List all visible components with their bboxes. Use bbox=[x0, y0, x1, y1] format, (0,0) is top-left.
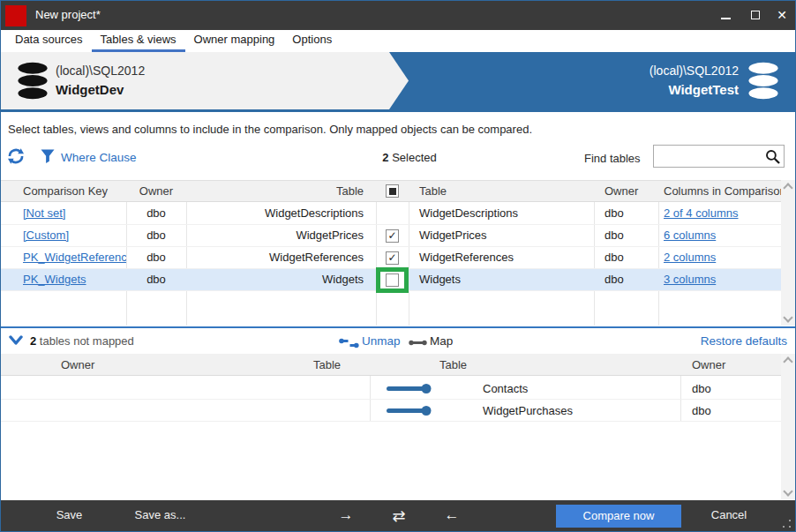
table-row-widgets-selected[interactable]: PK_Widgets dbo Widgets Widgets dbo 3 col… bbox=[1, 269, 781, 291]
swap-direction-icon[interactable]: ⇄ bbox=[386, 506, 412, 526]
selected-count-number: 2 bbox=[382, 151, 388, 164]
save-button[interactable]: Save bbox=[45, 508, 94, 521]
minimize-button[interactable] bbox=[712, 1, 739, 30]
table-cell-right: Widgets bbox=[409, 269, 594, 290]
find-tables-searchbox bbox=[653, 145, 785, 168]
header-owner-left[interactable]: Owner bbox=[61, 358, 94, 371]
scroll-down-icon[interactable] bbox=[783, 486, 792, 496]
unmapped-row-contacts[interactable]: Contacts dbo bbox=[1, 378, 781, 400]
scroll-down-icon[interactable] bbox=[783, 312, 792, 322]
table-cell-left: WidgetReferences bbox=[186, 247, 376, 268]
comparison-key-link[interactable]: PK_WidgetReference bbox=[23, 251, 126, 264]
columns-in-comparison-link[interactable]: 3 columns bbox=[664, 273, 716, 286]
unmap-icon[interactable] bbox=[339, 337, 359, 349]
tables-grid: Comparison Key Owner Table Table Owner C… bbox=[1, 180, 781, 326]
header-comparison-key[interactable]: Comparison Key bbox=[1, 181, 126, 201]
select-all-checkbox[interactable] bbox=[386, 184, 399, 198]
sync-right-icon[interactable]: → bbox=[334, 506, 357, 524]
app-logo-icon bbox=[5, 5, 26, 26]
source-database-info: (local)\SQL2012 WidgetDev bbox=[56, 63, 145, 98]
not-mapped-count: 2 tables not mapped bbox=[30, 334, 134, 348]
app-window: New project* ✕ Data sources Tables & vie… bbox=[0, 0, 796, 532]
owner-cell: dbo bbox=[594, 225, 658, 246]
map-link[interactable]: Map bbox=[430, 334, 453, 348]
find-tables-label: Find tables bbox=[584, 152, 641, 165]
filter-icon[interactable] bbox=[40, 148, 56, 164]
refresh-icon[interactable] bbox=[7, 147, 25, 165]
tables-grid-header: Comparison Key Owner Table Table Owner C… bbox=[1, 180, 781, 202]
source-database: WidgetDev bbox=[56, 81, 145, 98]
comparison-key-link[interactable]: [Custom] bbox=[23, 229, 69, 242]
restore-defaults-link[interactable]: Restore defaults bbox=[701, 334, 787, 348]
target-server: (local)\SQL2012 bbox=[650, 63, 739, 79]
close-button[interactable]: ✕ bbox=[769, 1, 795, 30]
instruction-text: Select tables, views and columns to incl… bbox=[8, 123, 532, 136]
tab-owner-mapping[interactable]: Owner mapping bbox=[185, 30, 284, 52]
unmapped-row-widgetpurchases[interactable]: WidgetPurchases dbo bbox=[1, 400, 781, 422]
header-table-right[interactable]: Table bbox=[439, 358, 467, 371]
tables-grid-scrollbar[interactable] bbox=[781, 180, 796, 326]
source-server: (local)\SQL2012 bbox=[56, 63, 145, 79]
collapse-chevron-icon[interactable] bbox=[9, 335, 23, 346]
tab-bar: Data sources Tables & views Owner mappin… bbox=[1, 30, 795, 52]
table-row-widgetdescriptions[interactable]: [Not set] dbo WidgetDescriptions WidgetD… bbox=[1, 203, 781, 225]
unmapped-owner: dbo bbox=[692, 404, 711, 417]
row-checkbox-unchecked[interactable] bbox=[386, 273, 399, 287]
columns-in-comparison-link[interactable]: 2 of 4 columns bbox=[664, 206, 739, 220]
where-clause-link[interactable]: Where Clause bbox=[61, 151, 137, 164]
header-columns-in-comparison[interactable]: Columns in Comparison bbox=[658, 181, 781, 201]
owner-cell: dbo bbox=[126, 203, 186, 224]
footer-bar: Save Save as... → ⇄ ← Compare now Cancel bbox=[1, 500, 795, 531]
titlebar: New project* ✕ bbox=[1, 1, 795, 30]
columns-in-comparison-link[interactable]: 6 columns bbox=[664, 229, 716, 242]
not-mapped-label: tables not mapped bbox=[36, 334, 134, 348]
database-icon bbox=[746, 62, 781, 100]
comparison-key-link[interactable]: PK_Widgets bbox=[23, 273, 86, 286]
row-checkbox-checked[interactable]: ✓ bbox=[386, 229, 399, 243]
save-as-button[interactable]: Save as... bbox=[127, 508, 193, 521]
scroll-up-icon[interactable] bbox=[783, 356, 792, 366]
unmapped-grid-scrollbar[interactable] bbox=[781, 354, 796, 499]
row-checkbox-checked[interactable]: ✓ bbox=[386, 251, 399, 265]
table-row-widgetprices[interactable]: [Custom] dbo WidgetPrices ✓ WidgetPrices… bbox=[1, 225, 781, 247]
comparison-key-link[interactable]: [Not set] bbox=[23, 206, 65, 220]
compare-now-button[interactable]: Compare now bbox=[556, 505, 681, 528]
header-owner-right[interactable]: Owner bbox=[692, 358, 725, 371]
table-cell-left: WidgetDescriptions bbox=[186, 203, 376, 224]
header-owner-right[interactable]: Owner bbox=[594, 181, 658, 201]
scroll-up-icon[interactable] bbox=[783, 183, 792, 192]
sync-left-icon[interactable]: ← bbox=[440, 506, 463, 524]
map-icon[interactable] bbox=[409, 337, 427, 348]
search-input[interactable] bbox=[657, 146, 761, 166]
checkbox-cell-empty bbox=[376, 203, 409, 224]
search-icon[interactable] bbox=[764, 148, 781, 165]
maximize-button[interactable] bbox=[742, 1, 769, 30]
unmapped-owner: dbo bbox=[692, 382, 711, 395]
header-table-left[interactable]: Table bbox=[186, 181, 376, 201]
tab-data-sources[interactable]: Data sources bbox=[6, 30, 92, 52]
header-owner-left[interactable]: Owner bbox=[126, 181, 186, 201]
owner-cell: dbo bbox=[594, 269, 658, 290]
header-table-right[interactable]: Table bbox=[409, 181, 594, 201]
table-cell-right: WidgetPrices bbox=[409, 225, 594, 246]
datasource-banner: (local)\SQL2012 WidgetDev (local)\SQL201… bbox=[1, 52, 795, 112]
unmapped-table-name: Contacts bbox=[483, 382, 528, 395]
resize-grip[interactable] bbox=[783, 520, 791, 528]
target-database: WidgetTest bbox=[650, 81, 739, 98]
cancel-button[interactable]: Cancel bbox=[702, 508, 755, 521]
table-cell-left: WidgetPrices bbox=[186, 225, 376, 246]
owner-cell: dbo bbox=[126, 247, 186, 268]
owner-cell: dbo bbox=[126, 269, 186, 290]
minimize-icon bbox=[721, 18, 731, 19]
indeterminate-mark bbox=[389, 188, 396, 195]
target-database-info: (local)\SQL2012 WidgetTest bbox=[650, 63, 739, 98]
tab-options[interactable]: Options bbox=[283, 30, 341, 52]
tab-tables-views[interactable]: Tables & views bbox=[92, 30, 185, 52]
unmapped-grid: Owner Table Table Owner Contacts dbo Wid… bbox=[1, 354, 781, 499]
header-table-left[interactable]: Table bbox=[301, 358, 341, 371]
highlight-box bbox=[376, 267, 409, 293]
table-row-widgetreferences[interactable]: PK_WidgetReference dbo WidgetReferences … bbox=[1, 247, 781, 269]
unmap-link[interactable]: Unmap bbox=[362, 334, 401, 348]
columns-in-comparison-link[interactable]: 2 columns bbox=[664, 251, 716, 264]
half-connector-icon bbox=[387, 405, 432, 416]
